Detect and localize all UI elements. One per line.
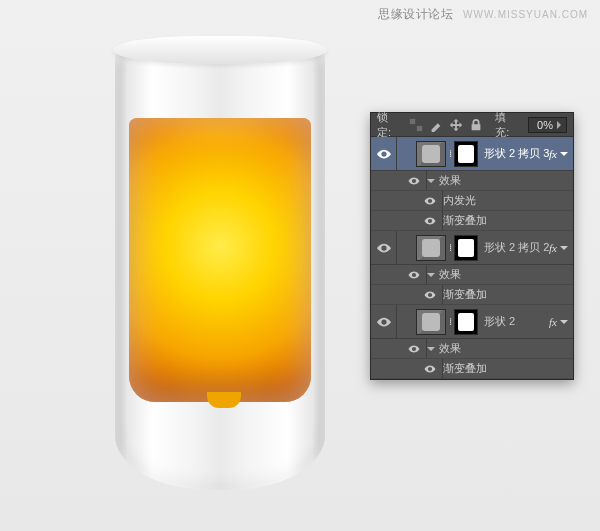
svg-rect-1 [417, 125, 422, 130]
layer-name[interactable]: 形状 2 [484, 314, 549, 329]
lock-icons-group [409, 118, 483, 132]
vector-mask-thumbnail[interactable] [454, 141, 478, 167]
chevron-down-icon [427, 345, 435, 353]
eye-icon[interactable] [424, 365, 435, 373]
eye-icon [377, 149, 391, 159]
collapse-effects-icon[interactable] [559, 317, 569, 327]
watermark: 思缘设计论坛 WWW.MISSYUAN.COM [378, 6, 588, 23]
layer-name[interactable]: 形状 2 拷贝 3 [484, 146, 549, 161]
fill-input[interactable]: 0% [528, 117, 567, 133]
lock-label: 锁定: [377, 110, 401, 140]
glass-body [115, 40, 325, 490]
lock-col [397, 231, 413, 264]
glass-liquid [129, 118, 311, 402]
visibility-toggle[interactable] [371, 305, 397, 338]
effect-row[interactable]: 渐变叠加 [371, 211, 573, 231]
collapse-effects-icon[interactable] [559, 149, 569, 159]
layer-thumbnail[interactable] [416, 309, 446, 335]
layer-row[interactable]: ⁞ 形状 2 拷贝 2 fx [371, 231, 573, 265]
vector-mask-thumbnail[interactable] [454, 235, 478, 261]
effect-name: 渐变叠加 [443, 287, 487, 302]
fx-badge: fx [549, 316, 557, 328]
visibility-toggle[interactable] [371, 231, 397, 264]
fill-label: 填充: [495, 110, 519, 140]
eye-icon[interactable] [424, 291, 435, 299]
eye-icon[interactable] [424, 197, 435, 205]
fx-badge: fx [549, 148, 557, 160]
effect-row[interactable]: 渐变叠加 [371, 359, 573, 379]
lock-all-icon[interactable] [469, 118, 483, 132]
svg-rect-0 [410, 118, 415, 123]
effects-label: 效果 [439, 173, 461, 188]
eye-icon[interactable] [408, 177, 419, 185]
link-icon: ⁞ [446, 149, 454, 159]
eye-icon[interactable] [408, 345, 419, 353]
visibility-toggle[interactable] [371, 137, 397, 170]
effect-name: 内发光 [443, 193, 476, 208]
eye-icon[interactable] [408, 271, 419, 279]
glass-rim [113, 36, 327, 64]
eye-icon [377, 243, 391, 253]
vector-mask-thumbnail[interactable] [454, 309, 478, 335]
chevron-right-icon [555, 121, 563, 129]
eye-icon [377, 317, 391, 327]
layer-thumbnail[interactable] [416, 141, 446, 167]
effect-name: 渐变叠加 [443, 361, 487, 376]
collapse-effects-icon[interactable] [559, 243, 569, 253]
layers-panel: 锁定: 填充: 0% ⁞ 形状 2 拷贝 3 fx [370, 112, 574, 380]
effects-label: 效果 [439, 341, 461, 356]
lock-transparent-icon[interactable] [409, 118, 423, 132]
lock-position-icon[interactable] [449, 118, 463, 132]
link-icon: ⁞ [446, 243, 454, 253]
eye-icon[interactable] [424, 217, 435, 225]
layers-list: ⁞ 形状 2 拷贝 3 fx 效果 内发光 渐变叠加 ⁞ [371, 137, 573, 379]
effects-group-row[interactable]: 效果 [371, 339, 573, 359]
effects-label: 效果 [439, 267, 461, 282]
canvas-illustration [115, 40, 325, 490]
link-icon: ⁞ [446, 317, 454, 327]
effects-group-row[interactable]: 效果 [371, 171, 573, 191]
watermark-en: WWW.MISSYUAN.COM [463, 9, 588, 20]
watermark-cn: 思缘设计论坛 [378, 7, 453, 21]
layers-panel-header: 锁定: 填充: 0% [371, 113, 573, 137]
effect-name: 渐变叠加 [443, 213, 487, 228]
layer-row[interactable]: ⁞ 形状 2 拷贝 3 fx [371, 137, 573, 171]
layer-row[interactable]: ⁞ 形状 2 fx [371, 305, 573, 339]
effect-row[interactable]: 渐变叠加 [371, 285, 573, 305]
effects-group-row[interactable]: 效果 [371, 265, 573, 285]
effect-row[interactable]: 内发光 [371, 191, 573, 211]
fx-badge: fx [549, 242, 557, 254]
lock-col [397, 137, 413, 170]
lock-col [397, 305, 413, 338]
lock-brush-icon[interactable] [429, 118, 443, 132]
layer-name[interactable]: 形状 2 拷贝 2 [484, 240, 549, 255]
chevron-down-icon [427, 177, 435, 185]
layer-thumbnail[interactable] [416, 235, 446, 261]
chevron-down-icon [427, 271, 435, 279]
fill-value: 0% [537, 119, 553, 131]
